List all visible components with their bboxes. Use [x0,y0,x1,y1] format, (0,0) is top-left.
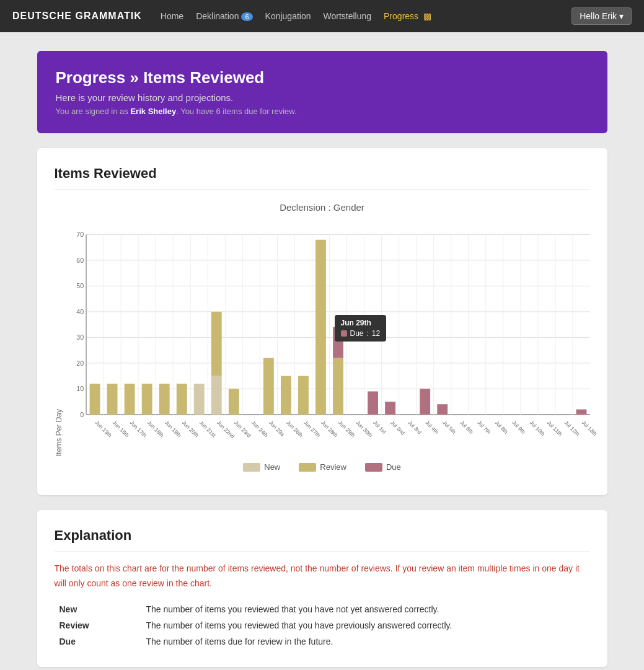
svg-text:Jun 21st: Jun 21st [198,420,217,439]
svg-rect-47 [107,384,117,415]
svg-rect-57 [193,384,204,415]
nav-progress[interactable]: Progress ▩ [384,11,431,21]
items-reviewed-title: Items Reviewed [55,165,590,190]
svg-rect-74 [333,327,343,358]
svg-rect-53 [159,384,169,415]
svg-text:Jun 22nd: Jun 22nd [215,420,236,440]
svg-text:Jun 16th: Jun 16th [111,420,130,439]
svg-rect-84 [437,404,448,415]
hero-subtitle: Here is your review history and projecti… [56,92,589,103]
svg-text:Jul 11th: Jul 11th [545,420,563,438]
hero-user-link[interactable]: Erik Shelley [130,107,176,116]
svg-text:0: 0 [80,411,84,418]
svg-rect-62 [228,389,239,414]
nav-konjugation[interactable]: Konjugation [265,11,311,21]
hero-title: Progress » Items Reviewed [56,68,589,87]
chart-inner: 010203040506070Jun 13thJun 16thJun 17thJ… [68,219,590,456]
term-row: ReviewThe number of items you reviewed t… [55,617,590,633]
term-row: NewThe number of items you reviewed that… [55,601,590,617]
legend-new: New [243,462,280,472]
legend-review: Review [299,462,346,472]
svg-rect-49 [124,384,135,415]
svg-text:Jun 26th: Jun 26th [285,420,304,439]
brand: DEUTSCHE GRAMMATIK [12,11,142,22]
svg-text:10: 10 [76,385,84,392]
svg-text:40: 40 [76,308,84,315]
nav-home[interactable]: Home [161,11,183,21]
svg-text:Jul 13th: Jul 13th [580,420,598,438]
explanation-title: Explanation [55,527,590,552]
svg-text:Jun 17th: Jun 17th [128,420,148,439]
svg-rect-67 [281,376,291,415]
term-definition: The number of items you reviewed that yo… [141,601,590,617]
svg-text:Jul 3rd: Jul 3rd [407,420,423,436]
term-definition: The number of items due for review in th… [141,633,590,650]
svg-text:Jun 23rd: Jun 23rd [232,420,252,439]
y-axis-label: Items Per Day [55,219,63,456]
svg-rect-93 [576,410,586,415]
svg-rect-69 [298,376,309,415]
svg-text:Jul 7th: Jul 7th [476,420,492,435]
nav-links: Home Deklination6 Konjugation Wortstellu… [161,11,571,21]
bar-chart: 010203040506070Jun 13thJun 16thJun 17thJ… [68,219,590,454]
svg-rect-79 [385,402,395,415]
chart-title: Declension : Gender [55,202,590,213]
page-content: Progress » Items Reviewed Here is your r… [25,51,620,667]
svg-rect-65 [263,358,273,415]
term-label: Review [55,617,141,633]
svg-text:Jul 8th: Jul 8th [493,420,509,435]
svg-text:Jul 5th: Jul 5th [441,420,457,435]
explanation-text: The totals on this chart are for the num… [55,562,590,591]
svg-text:Jul 6th: Jul 6th [459,420,474,435]
svg-text:Jul 10th: Jul 10th [528,420,546,438]
svg-rect-73 [333,358,343,415]
svg-rect-59 [211,376,221,415]
nav-wortstellung[interactable]: Wortstellung [324,11,372,21]
svg-text:Jun 24th: Jun 24th [250,420,269,439]
svg-rect-77 [368,391,378,414]
svg-text:Jun 20th: Jun 20th [180,420,200,439]
svg-text:Jun 18th: Jun 18th [146,420,165,439]
svg-rect-71 [315,240,326,415]
svg-text:Jul 1st: Jul 1st [372,420,387,435]
svg-text:Jul 12th: Jul 12th [563,420,581,438]
svg-text:20: 20 [76,359,84,367]
svg-text:30: 30 [76,333,84,341]
term-row: DueThe number of items due for review in… [55,633,590,650]
nav-deklination[interactable]: Deklination6 [196,11,252,21]
term-table: NewThe number of items you reviewed that… [55,601,590,650]
svg-text:70: 70 [76,231,84,238]
svg-text:50: 50 [76,282,84,289]
svg-text:Jun 19th: Jun 19th [163,420,182,439]
svg-rect-45 [89,384,100,415]
legend-due: Due [365,462,401,472]
svg-rect-51 [141,384,152,415]
svg-text:Jun 13th: Jun 13th [94,420,113,439]
chart-legend: New Review Due [55,462,590,472]
svg-text:Jul 4th: Jul 4th [424,420,439,435]
svg-text:Jun 30th: Jun 30th [355,420,374,439]
svg-rect-55 [176,384,187,415]
term-label: New [55,601,141,617]
legend-due-swatch [365,463,382,472]
svg-text:60: 60 [76,257,84,264]
chart-icon: ▩ [423,11,431,21]
user-menu-button[interactable]: Hello Erik ▾ [571,7,632,25]
term-definition: The number of items you reviewed that yo… [141,617,590,633]
explanation-card: Explanation The totals on this chart are… [37,510,607,667]
navbar: DEUTSCHE GRAMMATIK Home Deklination6 Kon… [0,0,644,32]
deklination-badge: 6 [241,12,252,21]
svg-text:Jun 27th: Jun 27th [302,420,322,439]
nav-right: Hello Erik ▾ [571,7,632,25]
svg-text:Jun 29th: Jun 29th [337,420,356,439]
legend-new-swatch [243,463,260,472]
chart-container: Declension : Gender Items Per Day 010203… [55,202,590,472]
legend-review-swatch [299,463,316,472]
svg-rect-82 [420,389,430,414]
term-label: Due [55,633,141,650]
hero-banner: Progress » Items Reviewed Here is your r… [37,51,607,133]
svg-text:Jul 2nd: Jul 2nd [389,420,406,436]
svg-rect-60 [211,312,221,376]
svg-text:Jun 28th: Jun 28th [320,420,339,439]
svg-text:Jul 9th: Jul 9th [511,420,526,435]
